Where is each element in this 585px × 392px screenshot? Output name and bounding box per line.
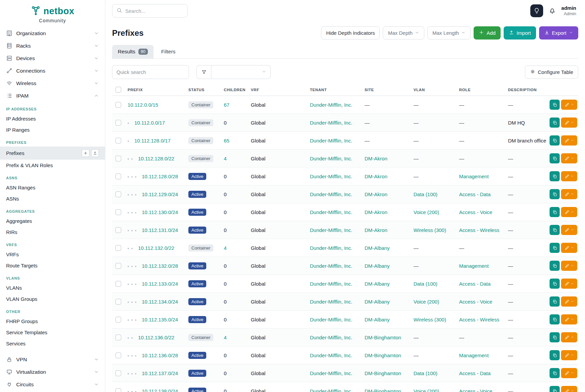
row-checkbox[interactable] xyxy=(115,388,121,392)
role-link[interactable]: Access - Data xyxy=(459,281,490,287)
tenant-link[interactable]: Dunder-Mifflin, Inc. xyxy=(310,227,352,233)
sidebar-item-wireless[interactable]: Wireless xyxy=(0,77,105,89)
row-checkbox[interactable] xyxy=(115,120,121,126)
prefix-link[interactable]: 10.112.137.0/24 xyxy=(142,370,178,376)
sidebar-item-racks[interactable]: Racks xyxy=(0,40,105,52)
site-link[interactable]: DM-Binghamton xyxy=(365,352,401,358)
prefix-link[interactable]: 10.112.135.0/24 xyxy=(142,317,178,322)
tenant-link[interactable]: Dunder-Mifflin, Inc. xyxy=(310,388,352,392)
copy-button[interactable] xyxy=(550,189,560,199)
max-length-dropdown[interactable]: Max Length xyxy=(427,26,471,40)
sidebar-item-aggregates[interactable]: Aggregates xyxy=(0,215,105,227)
role-link[interactable]: Management xyxy=(459,263,489,269)
tenant-link[interactable]: Dunder-Mifflin, Inc. xyxy=(310,156,352,161)
vlan-link[interactable]: Wireless (300) xyxy=(414,227,446,233)
vlan-link[interactable]: Voice (200) xyxy=(414,299,439,305)
sidebar-item-connections[interactable]: Connections xyxy=(0,64,105,77)
edit-button[interactable] xyxy=(561,243,577,253)
copy-button[interactable] xyxy=(550,100,560,110)
prefix-link[interactable]: 10.112.0.0/17 xyxy=(134,120,165,126)
tenant-link[interactable]: Dunder-Mifflin, Inc. xyxy=(310,370,352,376)
vlan-link[interactable]: Data (100) xyxy=(414,281,437,287)
edit-button[interactable] xyxy=(561,225,577,235)
sidebar-item-vlan-groups[interactable]: VLAN Groups xyxy=(0,293,105,305)
sidebar-item-ipam[interactable]: IPAM xyxy=(0,89,105,102)
sidebar-item-prefixes[interactable]: Prefixes xyxy=(0,147,105,160)
sidebar-item-devices[interactable]: Devices xyxy=(0,52,105,64)
vlan-link[interactable]: Wireless (300) xyxy=(414,317,446,322)
site-link[interactable]: DM-Binghamton xyxy=(365,388,401,392)
tenant-link[interactable]: Dunder-Mifflin, Inc. xyxy=(310,352,352,358)
edit-button[interactable] xyxy=(561,153,577,163)
role-link[interactable]: Access - Data xyxy=(459,191,490,197)
vlan-link[interactable]: Data (100) xyxy=(414,191,437,197)
site-link[interactable]: DM-Albany xyxy=(365,317,390,322)
prefix-link[interactable]: 10.112.129.0/24 xyxy=(142,191,178,197)
prefix-link[interactable]: 10.112.128.0/28 xyxy=(142,174,178,179)
edit-button[interactable] xyxy=(561,135,577,146)
filter-button[interactable] xyxy=(196,65,211,79)
sidebar-item-fhrp-groups[interactable]: FHRP Groups xyxy=(0,316,105,327)
copy-button[interactable] xyxy=(550,332,560,342)
copy-button[interactable] xyxy=(550,296,560,307)
configure-table-button[interactable]: Configure Table xyxy=(525,66,578,79)
export-button[interactable]: Export xyxy=(539,26,578,40)
saved-filter-select[interactable] xyxy=(211,65,271,79)
hide-depth-indicators-button[interactable]: Hide Depth Indicators xyxy=(321,26,380,40)
sidebar-item-organization[interactable]: Organization xyxy=(0,27,105,40)
role-link[interactable]: Access - Wireless xyxy=(459,227,499,233)
edit-button[interactable] xyxy=(561,100,577,110)
tenant-link[interactable]: Dunder-Mifflin, Inc. xyxy=(310,120,352,126)
row-checkbox[interactable] xyxy=(115,138,121,143)
sidebar-item-asn-ranges[interactable]: ASN Ranges xyxy=(0,182,105,193)
tenant-link[interactable]: Dunder-Mifflin, Inc. xyxy=(310,245,352,251)
site-link[interactable]: DM-Akron xyxy=(365,209,388,215)
children-count-link[interactable]: 4 xyxy=(224,156,227,161)
prefix-link[interactable]: 10.112.128.0/22 xyxy=(138,156,174,161)
site-link[interactable]: DM-Akron xyxy=(365,156,388,161)
site-link[interactable]: DM-Akron xyxy=(365,191,388,197)
brand[interactable]: netbox Community xyxy=(0,0,105,27)
children-count-link[interactable]: 4 xyxy=(224,245,227,251)
theme-toggle-button[interactable] xyxy=(530,4,543,17)
vlan-link[interactable]: Voice (200) xyxy=(414,388,439,392)
edit-button[interactable] xyxy=(561,279,577,289)
site-link[interactable]: DM-Albany xyxy=(365,299,390,305)
copy-button[interactable] xyxy=(550,207,560,217)
copy-button[interactable] xyxy=(550,135,560,146)
sidebar-item-service-templates[interactable]: Service Templates xyxy=(0,327,105,338)
prefix-link[interactable]: 10.112.136.0/22 xyxy=(138,335,174,340)
global-search-input[interactable] xyxy=(125,8,183,14)
copy-button[interactable] xyxy=(550,225,560,235)
column-header-tenant[interactable]: TENANT xyxy=(307,84,361,96)
edit-button[interactable] xyxy=(561,368,577,378)
sidebar-item-vpn[interactable]: VPN xyxy=(0,353,105,366)
site-link[interactable]: DM-Binghamton xyxy=(365,335,401,340)
sidebar-item-vlans[interactable]: VLANs xyxy=(0,282,105,293)
edit-button[interactable] xyxy=(561,332,577,342)
edit-button[interactable] xyxy=(561,350,577,360)
sidebar-item-ip-addresses[interactable]: IP Addresses xyxy=(0,113,105,124)
row-checkbox[interactable] xyxy=(115,370,121,376)
site-link[interactable]: DM-Albany xyxy=(365,263,390,269)
column-header-role[interactable]: ROLE xyxy=(456,84,505,96)
prefix-link[interactable]: 10.112.131.0/24 xyxy=(142,227,178,233)
row-checkbox[interactable] xyxy=(115,174,121,179)
tenant-link[interactable]: Dunder-Mifflin, Inc. xyxy=(310,138,352,143)
edit-button[interactable] xyxy=(561,207,577,217)
tenant-link[interactable]: Dunder-Mifflin, Inc. xyxy=(310,281,352,287)
sidebar-item-circuits[interactable]: Circuits xyxy=(0,378,105,391)
column-header-site[interactable]: SITE xyxy=(361,84,410,96)
sidebar-item-services[interactable]: Services xyxy=(0,338,105,349)
vlan-link[interactable]: Voice (200) xyxy=(414,209,439,215)
site-link[interactable]: DM-Binghamton xyxy=(365,370,401,376)
copy-button[interactable] xyxy=(550,386,560,392)
role-link[interactable]: Access - Voice xyxy=(459,299,492,305)
notifications-button[interactable] xyxy=(549,7,556,15)
select-all-checkbox[interactable] xyxy=(115,87,121,93)
edit-button[interactable] xyxy=(561,296,577,307)
site-link[interactable]: DM-Albany xyxy=(365,281,390,287)
copy-button[interactable] xyxy=(550,314,560,324)
copy-button[interactable] xyxy=(550,243,560,253)
sidebar-item-vrfs[interactable]: VRFs xyxy=(0,249,105,260)
